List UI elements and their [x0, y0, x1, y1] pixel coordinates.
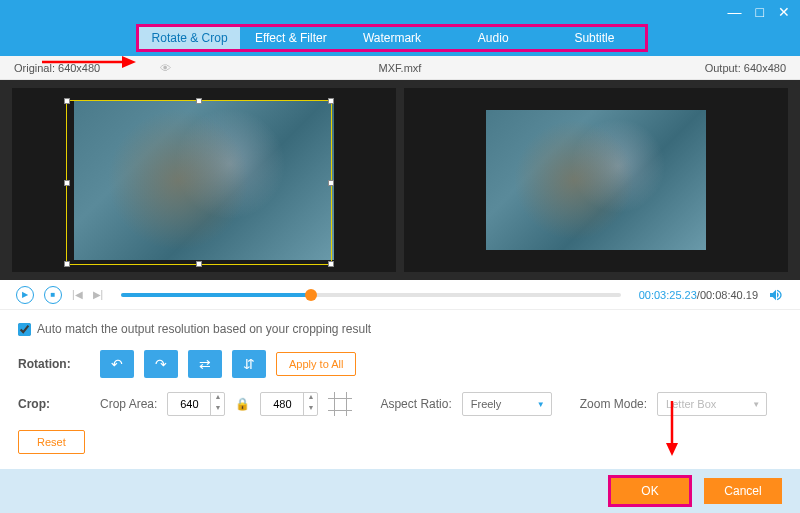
rotate-right-button[interactable]: ↷: [144, 350, 178, 378]
crop-handle[interactable]: [196, 98, 202, 104]
time-display: 00:03:25.23/00:08:40.19: [639, 289, 758, 301]
output-resolution: Output: 640x480: [705, 62, 786, 74]
flip-horizontal-button[interactable]: ⇄: [188, 350, 222, 378]
tab-bar: Rotate & Crop Effect & Filter Watermark …: [0, 24, 800, 56]
crop-handle[interactable]: [64, 98, 70, 104]
cancel-button[interactable]: Cancel: [704, 478, 782, 504]
titlebar: — □ ✕: [0, 0, 800, 24]
preview-area: [0, 80, 800, 280]
prev-frame-button[interactable]: |◀: [72, 289, 83, 300]
volume-icon[interactable]: [768, 287, 784, 303]
crop-frame[interactable]: [66, 100, 332, 265]
annotation-arrow-ok: [662, 401, 682, 457]
crop-area-label: Crop Area:: [100, 397, 157, 411]
minimize-button[interactable]: —: [728, 4, 742, 20]
crop-width-field[interactable]: ▲▼: [167, 392, 225, 416]
svg-marker-1: [122, 56, 136, 68]
crop-height-input[interactable]: [261, 398, 303, 410]
aspect-ratio-label: Aspect Ratio:: [380, 397, 451, 411]
annotation-arrow-tabs: [42, 52, 137, 72]
close-button[interactable]: ✕: [778, 4, 790, 20]
tab-audio[interactable]: Audio: [443, 27, 544, 49]
seek-fill: [121, 293, 311, 297]
auto-match-checkbox[interactable]: [18, 323, 31, 336]
spin-down[interactable]: ▼: [211, 404, 224, 415]
play-button[interactable]: ▶: [16, 286, 34, 304]
ok-highlight-box: OK: [608, 475, 692, 507]
stop-button[interactable]: ■: [44, 286, 62, 304]
seek-track[interactable]: [121, 293, 620, 297]
seek-knob[interactable]: [305, 289, 317, 301]
transport-bar: ▶ ■ |◀ ▶| 00:03:25.23/00:08:40.19: [0, 280, 800, 310]
apply-to-all-button[interactable]: Apply to All: [276, 352, 356, 376]
lock-aspect-icon[interactable]: 🔒: [235, 397, 250, 411]
reset-button[interactable]: Reset: [18, 430, 85, 454]
output-video-frame: [486, 110, 706, 250]
crop-label: Crop:: [18, 397, 90, 411]
crop-width-input[interactable]: [168, 398, 210, 410]
preview-toggle-icon[interactable]: 👁: [160, 62, 171, 74]
auto-match-label: Auto match the output resolution based o…: [37, 322, 371, 336]
filename-label: MXF.mxf: [379, 62, 422, 74]
tab-watermark[interactable]: Watermark: [341, 27, 442, 49]
tab-rotate-crop[interactable]: Rotate & Crop: [139, 27, 240, 49]
output-preview-pane: [404, 88, 788, 272]
tab-subtitle[interactable]: Subtitle: [544, 27, 645, 49]
zoom-mode-label: Zoom Mode:: [580, 397, 647, 411]
flip-vertical-button[interactable]: ⇵: [232, 350, 266, 378]
crop-handle[interactable]: [64, 261, 70, 267]
crop-handle[interactable]: [328, 261, 334, 267]
crop-handle[interactable]: [64, 180, 70, 186]
spin-down[interactable]: ▼: [304, 404, 317, 415]
spin-up[interactable]: ▲: [304, 393, 317, 404]
tab-highlight-box: Rotate & Crop Effect & Filter Watermark …: [136, 24, 648, 52]
crop-handle[interactable]: [196, 261, 202, 267]
crop-handle[interactable]: [328, 180, 334, 186]
rotate-left-button[interactable]: ↶: [100, 350, 134, 378]
footer-bar: OK Cancel: [0, 469, 800, 513]
crop-height-field[interactable]: ▲▼: [260, 392, 318, 416]
maximize-button[interactable]: □: [756, 4, 764, 20]
spin-up[interactable]: ▲: [211, 393, 224, 404]
ok-button[interactable]: OK: [611, 478, 689, 504]
original-preview-pane[interactable]: [12, 88, 396, 272]
svg-marker-3: [666, 443, 678, 456]
crop-handle[interactable]: [328, 98, 334, 104]
aspect-ratio-select[interactable]: Freely: [462, 392, 552, 416]
crop-position-icon[interactable]: [328, 392, 352, 416]
tab-effect-filter[interactable]: Effect & Filter: [240, 27, 341, 49]
rotation-label: Rotation:: [18, 357, 90, 371]
next-frame-button[interactable]: ▶|: [93, 289, 104, 300]
